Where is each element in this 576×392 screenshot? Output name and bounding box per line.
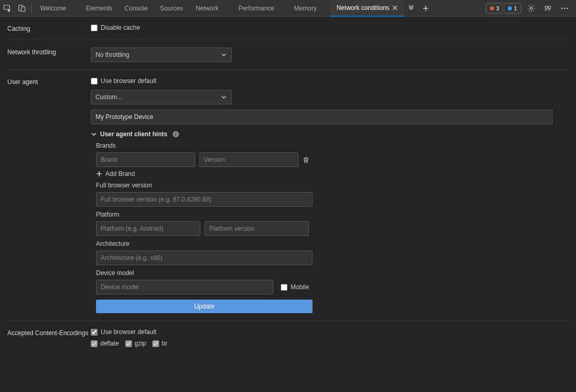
section-caching: Caching Disable cache <box>7 17 569 40</box>
plus-icon <box>96 171 102 177</box>
tab-console[interactable]: Console <box>118 0 154 17</box>
issues-badge[interactable]: 1 <box>504 4 521 13</box>
gzip-row[interactable]: gzip <box>125 340 146 347</box>
more-menu-icon[interactable] <box>557 0 572 17</box>
section-encodings: Accepted Content-Encodings Use browser d… <box>7 321 569 354</box>
device-model-label: Device model <box>96 269 569 277</box>
error-badge[interactable]: 3 <box>486 4 503 13</box>
ua-use-default-row[interactable]: Use browser default <box>91 77 569 85</box>
ua-preset-select[interactable]: Custom... <box>91 90 232 104</box>
section-throttling: Network throttling No throttling <box>7 40 569 70</box>
tab-performance[interactable]: Performance <box>232 0 281 17</box>
brand-version-input[interactable] <box>199 152 298 167</box>
mobile-checkbox[interactable] <box>281 284 287 291</box>
ua-use-default-label: Use browser default <box>101 77 157 85</box>
add-tab-icon[interactable] <box>418 0 433 17</box>
tab-sources[interactable]: Sources <box>154 0 189 17</box>
info-icon[interactable]: i <box>173 131 179 137</box>
add-brand-button[interactable]: Add Brand <box>96 170 569 177</box>
br-checkbox[interactable] <box>152 340 159 347</box>
svg-point-5 <box>548 6 551 8</box>
platform-version-input[interactable] <box>205 221 309 236</box>
inspect-icon[interactable] <box>0 0 15 17</box>
encodings-title: Accepted Content-Encodings <box>7 328 91 347</box>
client-hints-title: User agent client hints <box>100 130 167 138</box>
brands-label: Brands <box>96 142 569 149</box>
svg-point-8 <box>567 7 568 9</box>
client-hints-section: User agent client hints i Brands <box>91 130 569 313</box>
caching-title: Caching <box>7 24 91 32</box>
deflate-label: deflate <box>100 340 119 347</box>
ua-preset-selected: Custom... <box>95 93 122 101</box>
platform-row <box>96 221 569 236</box>
br-row[interactable]: br <box>152 340 167 347</box>
platform-input[interactable] <box>96 221 200 236</box>
chevron-down-icon <box>221 52 227 58</box>
add-brand-label: Add Brand <box>105 170 135 177</box>
full-version-label: Full browser version <box>96 182 569 189</box>
deflate-row[interactable]: deflate <box>91 340 119 347</box>
error-dot-icon <box>490 6 494 10</box>
user-agent-title: User agent <box>7 77 91 313</box>
settings-icon[interactable] <box>524 0 538 17</box>
tab-network[interactable]: Network <box>189 0 225 17</box>
brand-row <box>96 152 569 167</box>
ua-string-input[interactable] <box>91 110 553 124</box>
device-toggle-icon[interactable] <box>15 0 29 17</box>
architecture-input[interactable] <box>96 251 313 265</box>
disable-cache-label: Disable cache <box>101 24 140 31</box>
tabs-container: Welcome Elements Console Sources Network… <box>34 0 485 17</box>
ua-use-default-checkbox[interactable] <box>91 78 98 85</box>
client-hints-header[interactable]: User agent client hints i <box>91 130 569 138</box>
brand-input[interactable] <box>96 152 195 167</box>
issue-dot-icon <box>508 6 512 10</box>
encodings-use-default-label: Use browser default <box>101 328 157 336</box>
tab-network-conditions[interactable]: Network conditions <box>330 0 404 17</box>
console-counters[interactable]: 3 1 <box>485 3 522 14</box>
svg-rect-0 <box>4 5 10 9</box>
disable-cache-checkbox-row[interactable]: Disable cache <box>91 24 569 31</box>
close-icon[interactable] <box>392 5 398 10</box>
br-label: br <box>162 340 167 347</box>
topbar-right: 3 1 <box>485 0 576 17</box>
architecture-label: Architecture <box>96 240 569 247</box>
svg-point-4 <box>545 6 548 8</box>
trash-icon[interactable] <box>303 157 311 163</box>
tab-memory[interactable]: Memory <box>288 0 323 17</box>
encodings-use-default-checkbox[interactable] <box>91 329 98 336</box>
gzip-label: gzip <box>135 340 146 347</box>
throttling-title: Network throttling <box>7 47 91 62</box>
deflate-checkbox[interactable] <box>91 340 98 347</box>
section-user-agent: User agent Use browser default Custom...… <box>7 70 569 321</box>
encodings-options: deflate gzip br <box>91 340 569 347</box>
more-tabs-icon[interactable] <box>404 0 418 17</box>
divider <box>31 4 32 13</box>
platform-label: Platform <box>96 211 569 218</box>
chevron-down-icon <box>221 94 227 100</box>
svg-point-6 <box>561 7 563 9</box>
disable-cache-checkbox[interactable] <box>91 25 98 31</box>
throttling-selected: No throttling <box>95 51 129 58</box>
mobile-label: Mobile <box>291 283 309 291</box>
svg-point-3 <box>530 7 532 9</box>
network-conditions-panel: Caching Disable cache Network throttling… <box>0 17 576 392</box>
throttling-select[interactable]: No throttling <box>91 47 232 62</box>
devtools-topbar: Welcome Elements Console Sources Network… <box>0 0 576 17</box>
encodings-use-default-row[interactable]: Use browser default <box>91 328 569 336</box>
chevron-down-icon <box>91 131 97 137</box>
device-model-row: Mobile <box>96 280 569 294</box>
gzip-checkbox[interactable] <box>125 340 132 347</box>
svg-rect-2 <box>21 7 25 11</box>
full-version-input[interactable] <box>96 192 313 207</box>
device-model-input[interactable] <box>96 280 273 294</box>
svg-point-7 <box>564 7 566 9</box>
tab-welcome[interactable]: Welcome <box>34 0 73 17</box>
update-button[interactable]: Update <box>96 300 313 313</box>
feedback-icon[interactable] <box>541 0 555 17</box>
tab-elements[interactable]: Elements <box>80 0 118 17</box>
mobile-checkbox-row[interactable]: Mobile <box>281 283 309 291</box>
